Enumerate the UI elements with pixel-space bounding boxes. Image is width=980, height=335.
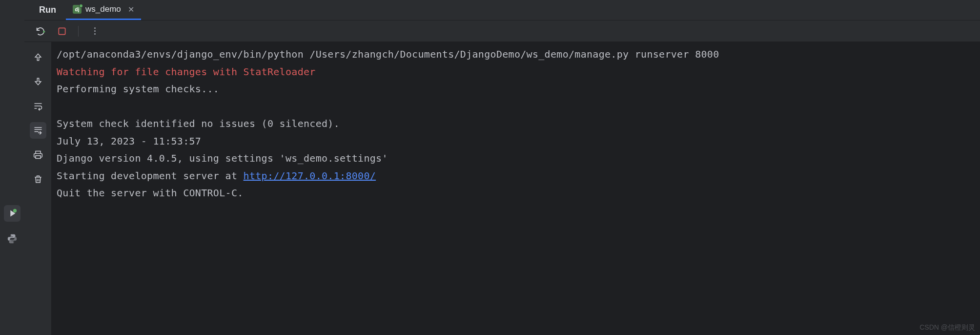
more-button[interactable] xyxy=(87,24,102,39)
run-toolbar xyxy=(24,21,980,42)
console-line: July 13, 2023 - 11:53:57 xyxy=(57,135,201,147)
panel-title: Run xyxy=(34,5,61,15)
status-dot-icon xyxy=(79,4,83,8)
soft-wrap-button[interactable] xyxy=(30,98,46,114)
console-output[interactable]: /opt/anaconda3/envs/django_env/bin/pytho… xyxy=(52,42,980,335)
console-line: /opt/anaconda3/envs/django_env/bin/pytho… xyxy=(57,48,719,60)
close-icon[interactable]: ✕ xyxy=(128,5,134,14)
run-panel: Run dj ws_demo ✕ xyxy=(24,0,980,335)
up-stack-button[interactable] xyxy=(30,49,46,65)
console-side-actions xyxy=(24,42,52,335)
svg-point-0 xyxy=(13,209,17,212)
console-line: Django version 4.0.5, using settings 'ws… xyxy=(57,152,388,164)
watermark: CSDN @信橙则灵 xyxy=(919,323,975,332)
toolbar-divider xyxy=(78,26,79,37)
console-line: Performing system checks... xyxy=(57,83,219,95)
print-button[interactable] xyxy=(30,147,46,163)
server-url-link[interactable]: http://127.0.0.1:8000/ xyxy=(244,170,376,182)
stop-button[interactable] xyxy=(55,24,69,39)
console-line: Starting development server at xyxy=(57,170,244,182)
tool-window-bar xyxy=(0,0,24,335)
rerun-button[interactable] xyxy=(33,24,48,39)
clear-all-button[interactable] xyxy=(30,171,46,188)
tab-label: ws_demo xyxy=(85,4,121,14)
console-line: Quit the server with CONTROL-C. xyxy=(57,187,244,199)
console-body: /opt/anaconda3/envs/django_env/bin/pytho… xyxy=(24,42,980,335)
tab-bar: Run dj ws_demo ✕ xyxy=(24,0,980,21)
down-stack-button[interactable] xyxy=(30,73,46,90)
django-icon: dj xyxy=(73,5,82,14)
vertical-dots-icon xyxy=(94,27,96,35)
scroll-to-end-button[interactable] xyxy=(30,122,46,139)
run-config-tab[interactable]: dj ws_demo ✕ xyxy=(66,0,141,20)
run-toolwindow-button[interactable] xyxy=(4,205,20,222)
console-line-warn: Watching for file changes with StatReloa… xyxy=(57,66,316,78)
python-console-button[interactable] xyxy=(4,230,20,247)
console-line: System check identified no issues (0 sil… xyxy=(57,118,340,129)
svg-rect-1 xyxy=(59,28,65,34)
